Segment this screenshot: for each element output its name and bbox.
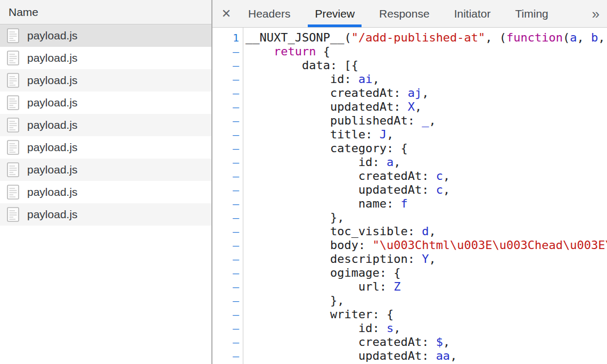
tab-headers[interactable]: Headers: [236, 0, 302, 27]
code-line: name: f: [245, 197, 607, 211]
line-number-gutter: 1–––––––––––––––––––––––: [212, 28, 243, 364]
line-number: –: [212, 114, 239, 128]
line-number: –: [212, 183, 239, 197]
preview-pane: 1––––––––––––––––––––––– __NUXT_JSONP__(…: [212, 28, 607, 364]
file-icon: [7, 28, 19, 43]
request-name: payload.js: [27, 186, 78, 198]
request-name: payload.js: [27, 208, 78, 221]
request-row[interactable]: payload.js: [0, 181, 211, 203]
code-line: id: s,: [245, 321, 607, 335]
request-row[interactable]: payload.js: [0, 159, 211, 181]
close-icon[interactable]: ✕: [217, 0, 236, 27]
line-number: –: [212, 252, 239, 266]
file-icon: [7, 185, 19, 200]
name-column-label: Name: [9, 6, 38, 18]
overflow-tabs-icon[interactable]: »: [585, 0, 607, 27]
line-number: 1: [212, 31, 239, 45]
code-line: category: {: [245, 142, 607, 155]
line-number: –: [212, 238, 239, 252]
request-details-panel: ✕ HeadersPreviewResponseInitiatorTiming …: [212, 0, 607, 364]
details-tab-bar: ✕ HeadersPreviewResponseInitiatorTiming …: [212, 0, 607, 28]
code-line: body: "\u003Chtml\u003E\u003Chead\u003E\…: [245, 238, 607, 252]
request-rows: payload.js payload.js payload.js: [0, 24, 211, 226]
request-name: payload.js: [27, 141, 78, 154]
request-name: payload.js: [27, 163, 78, 176]
line-number: –: [212, 128, 239, 142]
tab-initiator[interactable]: Initiator: [442, 0, 503, 27]
line-number: –: [212, 72, 239, 86]
request-row[interactable]: payload.js: [0, 203, 211, 226]
line-number: –: [212, 225, 239, 238]
code-line: title: J,: [245, 128, 607, 142]
line-number: –: [212, 211, 239, 225]
line-number: –: [212, 308, 239, 321]
code-line: description: Y,: [245, 252, 607, 266]
code-line: url: Z: [245, 280, 607, 294]
request-row[interactable]: payload.js: [0, 69, 211, 92]
details-tabs: HeadersPreviewResponseInitiatorTiming: [236, 0, 561, 27]
tab-response[interactable]: Response: [367, 0, 442, 27]
code-line: createdAt: c,: [245, 169, 607, 183]
code-line: data: [{: [245, 59, 607, 72]
request-row[interactable]: payload.js: [0, 92, 211, 114]
line-number: –: [212, 45, 239, 59]
code-line: },: [245, 294, 607, 308]
line-number: –: [212, 335, 239, 349]
code-line: return {: [245, 45, 607, 59]
line-number: –: [212, 59, 239, 72]
code-line: createdAt: aj,: [245, 86, 607, 100]
line-number: –: [212, 349, 239, 363]
line-number: –: [212, 321, 239, 335]
code-line: createdAt: $,: [245, 335, 607, 349]
line-number: –: [212, 266, 239, 280]
request-name: payload.js: [27, 29, 78, 42]
code-line: publishedAt: _,: [245, 114, 607, 128]
request-name: payload.js: [27, 52, 78, 64]
tab-timing[interactable]: Timing: [503, 0, 561, 27]
file-icon: [7, 162, 19, 177]
request-name: payload.js: [27, 119, 78, 131]
code-line: updatedAt: c,: [245, 183, 607, 197]
request-row[interactable]: payload.js: [0, 47, 211, 69]
request-name: payload.js: [27, 74, 78, 87]
file-icon: [7, 73, 19, 88]
line-number: –: [212, 155, 239, 169]
line-number: –: [212, 86, 239, 100]
request-name: payload.js: [27, 96, 78, 109]
file-icon: [7, 118, 19, 133]
code-line: updatedAt: X,: [245, 100, 607, 114]
line-number: –: [212, 197, 239, 211]
line-number: –: [212, 280, 239, 294]
tab-preview[interactable]: Preview: [302, 0, 367, 27]
request-row[interactable]: payload.js: [0, 114, 211, 136]
request-row[interactable]: payload.js: [0, 24, 211, 47]
request-row[interactable]: payload.js: [0, 136, 211, 159]
devtools-network-panel: Name payload.js payload.js: [0, 0, 607, 364]
code-line: id: ai,: [245, 72, 607, 86]
code-line: updatedAt: aa,: [245, 349, 607, 363]
file-icon: [7, 207, 19, 222]
code-line: toc_visible: d,: [245, 225, 607, 238]
code-content: __NUXT_JSONP__("/add-published-at", (fun…: [243, 28, 607, 364]
line-number: –: [212, 294, 239, 308]
network-request-list-panel: Name payload.js payload.js: [0, 0, 212, 364]
line-number: –: [212, 100, 239, 114]
file-icon: [7, 140, 19, 155]
file-icon: [7, 95, 19, 110]
line-number: –: [212, 169, 239, 183]
code-line: id: a,: [245, 155, 607, 169]
code-line: __NUXT_JSONP__("/add-published-at", (fun…: [245, 31, 607, 45]
code-line: writer: {: [245, 308, 607, 321]
code-line: ogimage: {: [245, 266, 607, 280]
line-number: –: [212, 142, 239, 155]
code-line: },: [245, 211, 607, 225]
file-icon: [7, 51, 19, 65]
name-column-header[interactable]: Name: [0, 0, 211, 24]
